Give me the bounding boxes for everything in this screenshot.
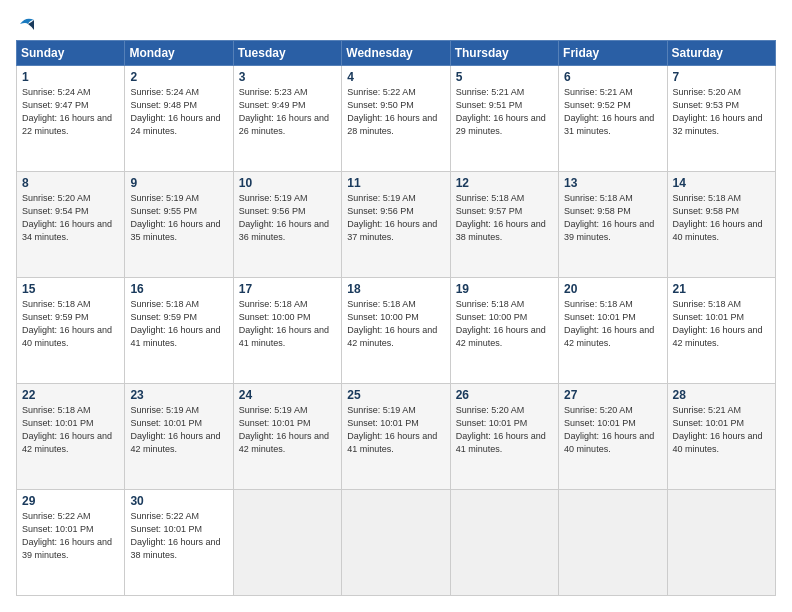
calendar-day-cell: 30 Sunrise: 5:22 AMSunset: 10:01 PMDayli… xyxy=(125,490,233,596)
day-info: Sunrise: 5:18 AMSunset: 10:00 PMDaylight… xyxy=(347,298,444,350)
calendar-day-cell xyxy=(450,490,558,596)
day-number: 27 xyxy=(564,388,661,402)
calendar-day-header: Friday xyxy=(559,41,667,66)
calendar-day-cell: 29 Sunrise: 5:22 AMSunset: 10:01 PMDayli… xyxy=(17,490,125,596)
calendar-day-cell xyxy=(667,490,775,596)
logo-bird-icon xyxy=(18,16,36,32)
day-info: Sunrise: 5:18 AMSunset: 9:57 PMDaylight:… xyxy=(456,192,553,244)
day-number: 14 xyxy=(673,176,770,190)
day-number: 18 xyxy=(347,282,444,296)
day-number: 25 xyxy=(347,388,444,402)
day-number: 4 xyxy=(347,70,444,84)
day-info: Sunrise: 5:21 AMSunset: 9:52 PMDaylight:… xyxy=(564,86,661,138)
day-number: 22 xyxy=(22,388,119,402)
day-info: Sunrise: 5:24 AMSunset: 9:48 PMDaylight:… xyxy=(130,86,227,138)
day-number: 29 xyxy=(22,494,119,508)
calendar-day-cell: 9 Sunrise: 5:19 AMSunset: 9:55 PMDayligh… xyxy=(125,172,233,278)
calendar-week-row: 22 Sunrise: 5:18 AMSunset: 10:01 PMDayli… xyxy=(17,384,776,490)
day-number: 19 xyxy=(456,282,553,296)
day-number: 26 xyxy=(456,388,553,402)
day-info: Sunrise: 5:19 AMSunset: 10:01 PMDaylight… xyxy=(239,404,336,456)
calendar-day-cell: 2 Sunrise: 5:24 AMSunset: 9:48 PMDayligh… xyxy=(125,66,233,172)
day-number: 13 xyxy=(564,176,661,190)
day-number: 16 xyxy=(130,282,227,296)
calendar-day-cell: 28 Sunrise: 5:21 AMSunset: 10:01 PMDayli… xyxy=(667,384,775,490)
calendar-day-cell xyxy=(233,490,341,596)
day-info: Sunrise: 5:20 AMSunset: 9:53 PMDaylight:… xyxy=(673,86,770,138)
calendar-header-row: SundayMondayTuesdayWednesdayThursdayFrid… xyxy=(17,41,776,66)
day-info: Sunrise: 5:18 AMSunset: 10:00 PMDaylight… xyxy=(456,298,553,350)
day-info: Sunrise: 5:20 AMSunset: 9:54 PMDaylight:… xyxy=(22,192,119,244)
calendar-day-cell: 12 Sunrise: 5:18 AMSunset: 9:57 PMDaylig… xyxy=(450,172,558,278)
calendar-day-header: Wednesday xyxy=(342,41,450,66)
day-number: 23 xyxy=(130,388,227,402)
day-number: 24 xyxy=(239,388,336,402)
calendar-week-row: 29 Sunrise: 5:22 AMSunset: 10:01 PMDayli… xyxy=(17,490,776,596)
calendar-day-cell: 15 Sunrise: 5:18 AMSunset: 9:59 PMDaylig… xyxy=(17,278,125,384)
day-info: Sunrise: 5:19 AMSunset: 10:01 PMDaylight… xyxy=(347,404,444,456)
calendar-day-cell xyxy=(559,490,667,596)
calendar-week-row: 8 Sunrise: 5:20 AMSunset: 9:54 PMDayligh… xyxy=(17,172,776,278)
calendar-day-header: Thursday xyxy=(450,41,558,66)
calendar-day-cell: 3 Sunrise: 5:23 AMSunset: 9:49 PMDayligh… xyxy=(233,66,341,172)
day-info: Sunrise: 5:22 AMSunset: 10:01 PMDaylight… xyxy=(22,510,119,562)
day-number: 28 xyxy=(673,388,770,402)
day-number: 21 xyxy=(673,282,770,296)
calendar-day-cell: 8 Sunrise: 5:20 AMSunset: 9:54 PMDayligh… xyxy=(17,172,125,278)
day-info: Sunrise: 5:19 AMSunset: 9:56 PMDaylight:… xyxy=(347,192,444,244)
calendar-day-header: Saturday xyxy=(667,41,775,66)
day-number: 20 xyxy=(564,282,661,296)
header xyxy=(16,16,776,30)
calendar-day-cell: 13 Sunrise: 5:18 AMSunset: 9:58 PMDaylig… xyxy=(559,172,667,278)
day-info: Sunrise: 5:19 AMSunset: 9:55 PMDaylight:… xyxy=(130,192,227,244)
calendar-day-cell: 22 Sunrise: 5:18 AMSunset: 10:01 PMDayli… xyxy=(17,384,125,490)
calendar-week-row: 1 Sunrise: 5:24 AMSunset: 9:47 PMDayligh… xyxy=(17,66,776,172)
calendar-day-cell: 25 Sunrise: 5:19 AMSunset: 10:01 PMDayli… xyxy=(342,384,450,490)
day-number: 1 xyxy=(22,70,119,84)
calendar-week-row: 15 Sunrise: 5:18 AMSunset: 9:59 PMDaylig… xyxy=(17,278,776,384)
page: SundayMondayTuesdayWednesdayThursdayFrid… xyxy=(0,0,792,612)
calendar-day-cell: 19 Sunrise: 5:18 AMSunset: 10:00 PMDayli… xyxy=(450,278,558,384)
day-number: 3 xyxy=(239,70,336,84)
calendar-day-cell xyxy=(342,490,450,596)
day-number: 5 xyxy=(456,70,553,84)
calendar-day-cell: 10 Sunrise: 5:19 AMSunset: 9:56 PMDaylig… xyxy=(233,172,341,278)
day-number: 6 xyxy=(564,70,661,84)
day-info: Sunrise: 5:18 AMSunset: 10:01 PMDaylight… xyxy=(673,298,770,350)
day-number: 8 xyxy=(22,176,119,190)
calendar-day-cell: 4 Sunrise: 5:22 AMSunset: 9:50 PMDayligh… xyxy=(342,66,450,172)
day-number: 12 xyxy=(456,176,553,190)
day-info: Sunrise: 5:18 AMSunset: 10:00 PMDaylight… xyxy=(239,298,336,350)
day-number: 9 xyxy=(130,176,227,190)
day-number: 30 xyxy=(130,494,227,508)
day-number: 17 xyxy=(239,282,336,296)
calendar-day-cell: 20 Sunrise: 5:18 AMSunset: 10:01 PMDayli… xyxy=(559,278,667,384)
day-info: Sunrise: 5:18 AMSunset: 10:01 PMDaylight… xyxy=(564,298,661,350)
day-info: Sunrise: 5:18 AMSunset: 10:01 PMDaylight… xyxy=(22,404,119,456)
day-info: Sunrise: 5:23 AMSunset: 9:49 PMDaylight:… xyxy=(239,86,336,138)
day-info: Sunrise: 5:19 AMSunset: 9:56 PMDaylight:… xyxy=(239,192,336,244)
calendar-day-cell: 14 Sunrise: 5:18 AMSunset: 9:58 PMDaylig… xyxy=(667,172,775,278)
calendar-day-cell: 27 Sunrise: 5:20 AMSunset: 10:01 PMDayli… xyxy=(559,384,667,490)
day-info: Sunrise: 5:24 AMSunset: 9:47 PMDaylight:… xyxy=(22,86,119,138)
logo xyxy=(16,16,36,30)
day-info: Sunrise: 5:21 AMSunset: 9:51 PMDaylight:… xyxy=(456,86,553,138)
calendar-day-cell: 11 Sunrise: 5:19 AMSunset: 9:56 PMDaylig… xyxy=(342,172,450,278)
day-number: 7 xyxy=(673,70,770,84)
day-number: 11 xyxy=(347,176,444,190)
day-info: Sunrise: 5:20 AMSunset: 10:01 PMDaylight… xyxy=(456,404,553,456)
day-info: Sunrise: 5:19 AMSunset: 10:01 PMDaylight… xyxy=(130,404,227,456)
calendar-table: SundayMondayTuesdayWednesdayThursdayFrid… xyxy=(16,40,776,596)
day-number: 10 xyxy=(239,176,336,190)
calendar-day-cell: 1 Sunrise: 5:24 AMSunset: 9:47 PMDayligh… xyxy=(17,66,125,172)
day-info: Sunrise: 5:22 AMSunset: 10:01 PMDaylight… xyxy=(130,510,227,562)
day-info: Sunrise: 5:20 AMSunset: 10:01 PMDaylight… xyxy=(564,404,661,456)
calendar-day-cell: 17 Sunrise: 5:18 AMSunset: 10:00 PMDayli… xyxy=(233,278,341,384)
day-info: Sunrise: 5:18 AMSunset: 9:59 PMDaylight:… xyxy=(22,298,119,350)
calendar-day-cell: 16 Sunrise: 5:18 AMSunset: 9:59 PMDaylig… xyxy=(125,278,233,384)
calendar-day-header: Monday xyxy=(125,41,233,66)
calendar-day-header: Tuesday xyxy=(233,41,341,66)
calendar-day-cell: 24 Sunrise: 5:19 AMSunset: 10:01 PMDayli… xyxy=(233,384,341,490)
calendar-day-cell: 7 Sunrise: 5:20 AMSunset: 9:53 PMDayligh… xyxy=(667,66,775,172)
calendar-day-cell: 18 Sunrise: 5:18 AMSunset: 10:00 PMDayli… xyxy=(342,278,450,384)
